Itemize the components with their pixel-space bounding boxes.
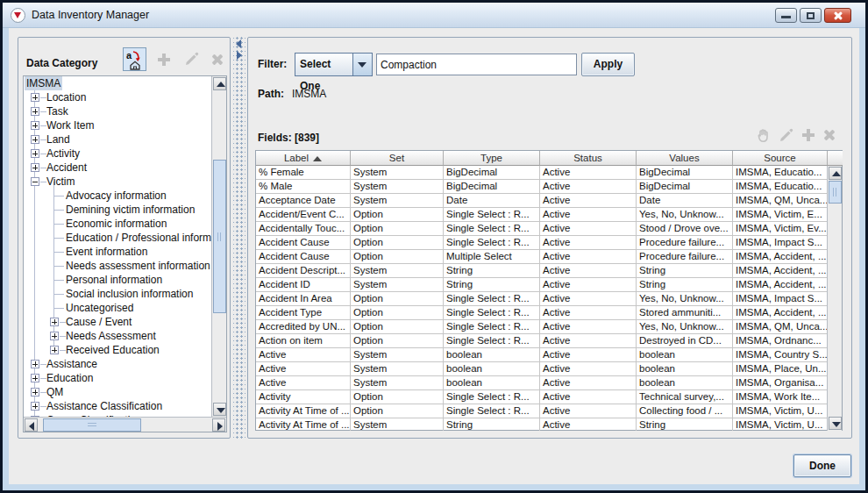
expand-icon[interactable]: [31, 149, 39, 158]
tree-node[interactable]: Demining victim information: [24, 203, 212, 217]
tree-node[interactable]: QM: [24, 385, 212, 399]
tree-node[interactable]: IMSMA: [24, 76, 212, 90]
table-row[interactable]: Accident/Event C...OptionSingle Select :…: [256, 208, 828, 222]
edit-field-button[interactable]: [776, 125, 795, 145]
table-row[interactable]: Accident IDSystemStringActiveStringIMSMA…: [256, 278, 828, 292]
tree-node[interactable]: Uncategorised: [24, 301, 212, 315]
rename-merge-button[interactable]: a: [123, 47, 146, 71]
tree-node[interactable]: Assistance: [24, 357, 212, 371]
column-header-status[interactable]: Status: [540, 151, 637, 166]
scroll-thumb[interactable]: [213, 160, 226, 313]
scroll-right-button[interactable]: [212, 418, 225, 432]
collapse-left-icon[interactable]: [236, 39, 241, 48]
table-row[interactable]: % FemaleSystemBigDecimalActiveBigDecimal…: [256, 166, 828, 180]
tree-node[interactable]: Received Education: [24, 343, 212, 357]
expand-icon[interactable]: [31, 360, 39, 368]
tree-node[interactable]: Accident: [24, 161, 212, 175]
tree-horizontal-scrollbar[interactable]: [24, 417, 226, 432]
tree-node[interactable]: Land: [24, 132, 212, 146]
tree-node[interactable]: Advocacy information: [24, 189, 212, 203]
minimize-button[interactable]: [775, 8, 797, 23]
delete-field-button[interactable]: [820, 125, 839, 145]
scroll-left-button[interactable]: [25, 418, 38, 432]
column-header-values[interactable]: Values: [637, 151, 733, 166]
dropdown-arrow-button[interactable]: [352, 54, 372, 75]
tree-node[interactable]: Education / Professional information: [24, 231, 212, 245]
tree-node[interactable]: Task: [24, 104, 212, 118]
table-row[interactable]: ActiveSystembooleanActivebooleanIMSMA, C…: [256, 348, 828, 362]
expand-icon[interactable]: [31, 163, 39, 172]
scroll-thumb[interactable]: [43, 418, 141, 432]
table-row[interactable]: ActiveSystembooleanActivebooleanIMSMA, O…: [256, 376, 828, 390]
table-row[interactable]: Accident Descript...SystemStringActiveSt…: [256, 264, 828, 278]
cell-type: BigDecimal: [444, 166, 540, 180]
cell-source: IMSMA, Work Ite...: [733, 390, 828, 404]
table-row[interactable]: % MaleSystemBigDecimalActiveBigDecimalIM…: [256, 180, 828, 194]
close-button[interactable]: [824, 8, 851, 23]
table-row[interactable]: Accident CauseOptionMultiple SelectActiv…: [256, 250, 828, 264]
apply-button[interactable]: Apply: [581, 53, 635, 76]
collapse-icon[interactable]: [31, 177, 39, 186]
delete-category-button[interactable]: [205, 47, 229, 71]
tree-node[interactable]: Victim: [24, 175, 212, 189]
cell-type: Single Select : R...: [444, 292, 540, 306]
scroll-up-button[interactable]: [829, 167, 842, 180]
expand-icon[interactable]: [31, 374, 39, 382]
expand-icon[interactable]: [31, 388, 39, 397]
column-header-source[interactable]: Source: [733, 151, 828, 166]
tree-node[interactable]: Work Item: [24, 118, 212, 132]
column-header-set[interactable]: Set: [351, 151, 444, 166]
move-field-button[interactable]: [753, 125, 772, 145]
expand-icon[interactable]: [31, 402, 39, 411]
table-row[interactable]: Accident CauseOptionSingle Select : R...…: [256, 236, 828, 250]
tree-node[interactable]: Economic information: [24, 217, 212, 231]
edit-category-button[interactable]: [180, 47, 203, 71]
table-row[interactable]: ActiveSystembooleanActivebooleanIMSMA, P…: [256, 362, 828, 376]
table-row[interactable]: Accredited by UN...OptionSingle Select :…: [256, 320, 828, 334]
done-button[interactable]: Done: [793, 454, 851, 477]
expand-icon[interactable]: [31, 135, 39, 144]
tree-node[interactable]: Activity: [24, 146, 212, 161]
table-vertical-scrollbar[interactable]: [827, 166, 842, 431]
filter-dropdown[interactable]: Select One: [295, 53, 373, 76]
expand-icon[interactable]: [50, 318, 59, 326]
cell-set: System: [351, 166, 444, 180]
scroll-thumb[interactable]: [829, 181, 842, 204]
split-pane-divider[interactable]: [233, 37, 245, 439]
scroll-down-button[interactable]: [829, 417, 842, 430]
scroll-up-button[interactable]: [213, 77, 226, 90]
table-row[interactable]: Acceptance DateSystemDateActiveDateIMSMA…: [256, 194, 828, 208]
tree-node[interactable]: Social inclusion information: [24, 287, 212, 301]
expand-icon[interactable]: [50, 346, 59, 354]
table-row[interactable]: Activity At Time of ...SystemStringActiv…: [256, 418, 828, 431]
expand-icon[interactable]: [50, 332, 59, 340]
maximize-button[interactable]: [800, 8, 822, 23]
column-header-label[interactable]: Label: [256, 151, 351, 166]
table-row[interactable]: Accident TypeOptionSingle Select : R...A…: [256, 306, 828, 320]
expand-icon[interactable]: [31, 93, 39, 102]
tree-node[interactable]: Education: [24, 371, 212, 385]
filter-text-input[interactable]: [376, 54, 577, 75]
table-row[interactable]: Activity At Time of ...OptionSingle Sele…: [256, 404, 828, 418]
add-category-button[interactable]: [152, 47, 175, 71]
column-header-type[interactable]: Type: [444, 151, 540, 166]
tree-node[interactable]: Needs assessment information: [24, 259, 212, 273]
expand-right-icon[interactable]: [237, 51, 242, 60]
expand-icon[interactable]: [31, 107, 39, 116]
table-row[interactable]: Action on itemOptionSingle Select : R...…: [256, 334, 828, 348]
tree-node[interactable]: Cause / Event: [24, 315, 212, 329]
scroll-down-button[interactable]: [213, 403, 226, 416]
add-field-button[interactable]: [799, 125, 818, 145]
tree-node[interactable]: Personal information: [24, 273, 212, 287]
table-row[interactable]: ActivityOptionSingle Select : R...Active…: [256, 390, 828, 404]
tree-node[interactable]: Event information: [24, 245, 212, 259]
table-row[interactable]: Accidentally Touc...OptionSingle Select …: [256, 222, 828, 236]
title-bar[interactable]: Data Inventory Manager: [3, 3, 865, 28]
tree-node[interactable]: Needs Assessment: [24, 329, 212, 343]
table-row[interactable]: Accident In AreaOptionSingle Select : R.…: [256, 292, 828, 306]
tree-node[interactable]: Assistance Classification: [24, 399, 212, 413]
expand-icon[interactable]: [31, 121, 39, 130]
tree-node-label: Accident: [46, 161, 87, 175]
tree-node[interactable]: Location: [24, 90, 212, 104]
tree-vertical-scrollbar[interactable]: [211, 76, 226, 417]
